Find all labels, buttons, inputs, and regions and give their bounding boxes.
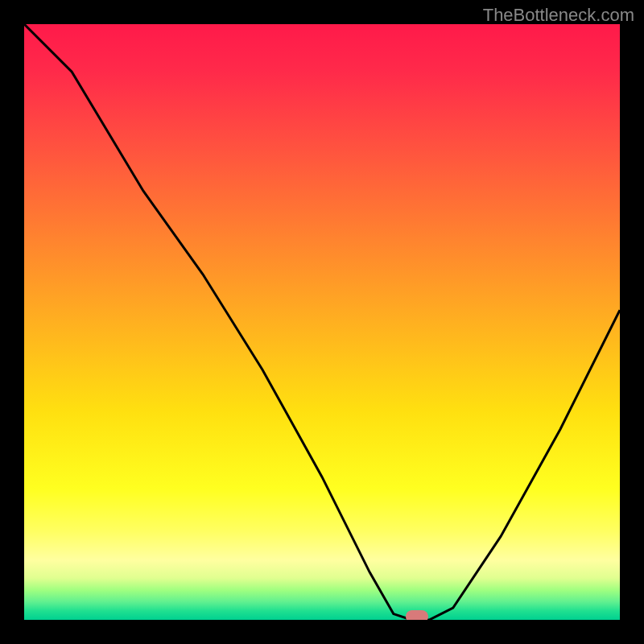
bottleneck-curve [24, 24, 620, 620]
plot-area [24, 24, 620, 620]
optimum-marker [406, 610, 428, 620]
watermark-text: TheBottleneck.com [483, 5, 634, 26]
curve-path [24, 24, 620, 620]
